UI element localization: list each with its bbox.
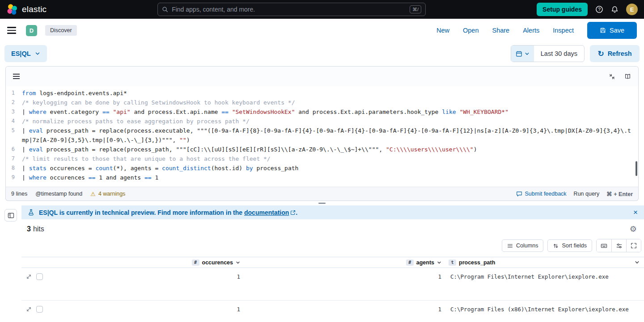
code-line[interactable]: 2/* keylogging can be done by calling Se… — [6, 98, 638, 107]
display-options-button[interactable] — [611, 239, 626, 252]
code-line[interactable]: 7/* limit results to those that are uniq… — [6, 154, 638, 163]
nav-link-new[interactable]: New — [436, 27, 449, 34]
timestamp-status: @timestamp found — [35, 191, 82, 197]
code-line[interactable]: 4/* normalize process paths to ease aggr… — [6, 117, 638, 126]
cell-agents[interactable]: 1 — [244, 273, 445, 280]
cell-occurences[interactable]: 1 — [49, 306, 244, 313]
line-number: 7 — [6, 154, 22, 163]
column-header-occurences[interactable]: # occurences — [49, 259, 244, 266]
user-avatar[interactable]: E — [626, 4, 638, 15]
setup-guides-button[interactable]: Setup guides — [537, 3, 588, 16]
cell-occurences[interactable]: 1 — [49, 273, 244, 280]
code-line[interactable]: 5| eval process_path = replace(process.e… — [6, 126, 638, 145]
top-header: elastic ⌘/ Setup guides ? E — [0, 0, 644, 19]
editor-scrollbar[interactable] — [636, 161, 637, 176]
editor-footer: 9 lines @timestamp found ⚠ 4 warnings Su… — [5, 187, 639, 201]
close-icon[interactable]: × — [633, 209, 638, 216]
search-icon — [162, 6, 168, 13]
menu-icon[interactable] — [7, 27, 16, 33]
nav-link-open[interactable]: Open — [463, 27, 479, 34]
documentation-link[interactable]: documentation — [244, 209, 289, 216]
line-number: 8 — [6, 163, 22, 173]
warnings-label: 4 warnings — [98, 191, 125, 197]
line-number: 1 — [6, 88, 22, 98]
code-line[interactable]: 9| where occurences == 1 and agents == 1 — [6, 173, 638, 182]
expand-row-icon[interactable] — [26, 274, 32, 280]
column-header-process-path[interactable]: t process_path — [445, 259, 644, 266]
sidebar-panel-icon — [8, 212, 14, 219]
run-query-shortcut: ⌘ + Enter — [606, 191, 633, 197]
warnings-badge[interactable]: ⚠ 4 warnings — [90, 191, 125, 197]
save-button[interactable]: Save — [587, 22, 637, 39]
results-main: ES|QL is currently in technical preview.… — [21, 205, 644, 322]
line-number: 2 — [6, 98, 22, 107]
number-field-badge: # — [406, 259, 414, 266]
documentation-icon[interactable] — [624, 73, 631, 80]
tech-preview-callout: ES|QL is currently in technical preview.… — [21, 205, 644, 219]
sliders-icon — [616, 243, 623, 249]
elastic-brand[interactable]: elastic — [6, 4, 47, 15]
panel-resizer[interactable] — [0, 201, 644, 205]
top-nav-actions: NewOpenShareAlertsInspect Save — [436, 22, 637, 39]
line-number: 3 — [6, 107, 22, 117]
time-range-value[interactable]: Last 30 days — [534, 46, 584, 62]
external-link-icon — [290, 210, 296, 215]
calendar-icon — [516, 50, 522, 57]
columns-button[interactable]: Columns — [502, 239, 543, 252]
editor-toolbar — [6, 67, 638, 86]
row-checkbox[interactable] — [36, 273, 43, 280]
svg-text:?: ? — [598, 7, 601, 12]
minimize-editor-icon[interactable] — [609, 73, 615, 80]
string-field-badge: t — [449, 259, 456, 266]
row-checkbox[interactable] — [36, 306, 43, 313]
time-controls: Last 30 days ↻ Refresh — [511, 45, 640, 62]
toggle-fields-sidebar-button[interactable] — [4, 209, 17, 222]
esql-mode-button[interactable]: ES|QL — [4, 45, 47, 62]
fullscreen-button[interactable] — [626, 239, 641, 252]
warning-icon: ⚠ — [90, 191, 96, 197]
refresh-button[interactable]: ↻ Refresh — [590, 45, 640, 62]
column-name: occurences — [202, 259, 233, 266]
breadcrumb[interactable]: Discover — [45, 25, 77, 36]
code-line[interactable]: 8| stats occurences = count(*), agents =… — [6, 163, 638, 173]
line-number: 5 — [6, 126, 22, 145]
sort-fields-button[interactable]: Sort fields — [547, 239, 592, 252]
sort-fields-button-label: Sort fields — [562, 243, 587, 249]
column-header-agents[interactable]: # agents — [244, 259, 445, 266]
line-count: 9 lines — [11, 191, 27, 197]
search-input[interactable] — [172, 6, 406, 13]
code-line[interactable]: 3| where event.category == "api" and pro… — [6, 107, 638, 117]
query-bar: ES|QL Last 30 days ↻ Refresh — [0, 42, 644, 65]
code-line[interactable]: 6| eval process_path = replace(process_p… — [6, 145, 638, 154]
submit-feedback-link[interactable]: Submit feedback — [516, 191, 567, 197]
gear-icon[interactable]: ⚙ — [630, 225, 637, 233]
date-quick-select-button[interactable] — [511, 46, 534, 62]
nav-link-inspect[interactable]: Inspect — [553, 27, 574, 34]
breadcrumbs-bar: D Discover NewOpenShareAlertsInspect Sav… — [0, 19, 644, 42]
line-number: 9 — [6, 173, 22, 182]
code-editor[interactable]: 1from logs-endpoint.events.api*2/* keylo… — [6, 86, 638, 187]
save-icon — [600, 27, 606, 33]
nav-link-share[interactable]: Share — [492, 27, 509, 34]
cell-process-path[interactable]: C:\Program Files\Internet Explorer\iexpl… — [445, 273, 644, 280]
flask-icon — [28, 209, 34, 216]
chevron-down-icon[interactable] — [437, 260, 441, 265]
code-line[interactable]: 1from logs-endpoint.events.api* — [6, 88, 638, 98]
chevron-down-icon[interactable] — [236, 260, 240, 265]
query-history-icon[interactable] — [13, 74, 20, 79]
refresh-icon: ↻ — [597, 50, 604, 58]
code-lines: 1from logs-endpoint.events.api*2/* keylo… — [6, 88, 638, 182]
chevron-down-icon[interactable] — [635, 260, 640, 265]
space-avatar[interactable]: D — [26, 25, 37, 36]
keyboard-shortcuts-button[interactable] — [597, 239, 611, 252]
help-icon[interactable]: ? — [595, 5, 603, 13]
cell-agents[interactable]: 1 — [244, 306, 445, 313]
cell-process-path[interactable]: C:\Program Files (x86)\Internet Explorer… — [445, 306, 644, 313]
global-search-wrap: ⌘/ — [47, 3, 537, 16]
run-query-label[interactable]: Run query — [574, 191, 600, 197]
expand-row-icon[interactable] — [26, 306, 32, 312]
notifications-icon[interactable] — [611, 6, 619, 13]
results-grid: # occurences # agents t process_path — [21, 257, 644, 322]
nav-link-alerts[interactable]: Alerts — [523, 27, 539, 34]
global-search[interactable]: ⌘/ — [157, 3, 426, 16]
